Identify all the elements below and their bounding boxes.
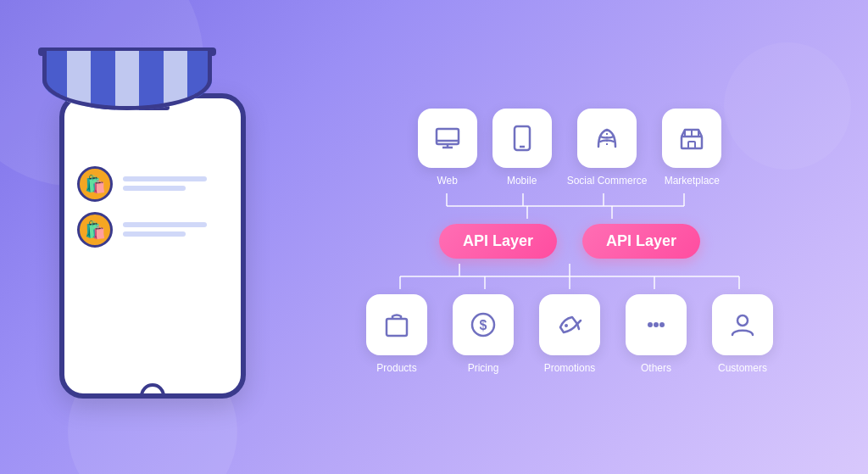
api-layer-2: API Layer <box>582 224 700 259</box>
social-icon-box <box>577 109 637 168</box>
phone-item-2: 🛍️ <box>77 212 228 248</box>
pricing-label: Pricing <box>468 362 499 374</box>
connector-bottom <box>358 264 782 289</box>
promotions-label: Promotions <box>544 362 596 374</box>
channels-row: Web Mobile <box>418 109 722 187</box>
product-icon-1: 🛍️ <box>77 166 113 202</box>
phone-item-1: 🛍️ <box>77 166 228 202</box>
channel-social: Social Commerce <box>567 109 648 187</box>
api-row: API Layer API Layer <box>439 224 700 259</box>
channel-web: Web <box>418 109 477 187</box>
item-lines-2 <box>123 222 228 237</box>
social-label: Social Commerce <box>567 175 648 187</box>
channel-mobile: Mobile <box>492 109 552 187</box>
svg-rect-27 <box>387 319 407 336</box>
svg-point-30 <box>565 324 568 327</box>
service-others: Others <box>618 294 694 374</box>
service-promotions: Promotions <box>531 294 608 374</box>
web-icon-box <box>418 109 477 168</box>
customers-icon-box <box>712 294 773 355</box>
service-products: Products <box>359 294 435 374</box>
services-row: Products $ Pricing <box>359 294 781 374</box>
awning-border <box>42 49 212 110</box>
products-label: Products <box>376 362 416 374</box>
web-label: Web <box>437 175 457 187</box>
svg-text:$: $ <box>480 318 487 332</box>
line-1b <box>123 186 186 191</box>
marketplace-label: Marketplace <box>665 175 720 187</box>
api-layer-1: API Layer <box>439 224 557 259</box>
others-icon-box <box>626 294 687 355</box>
line-1a <box>123 176 207 181</box>
products-icon-box <box>366 294 427 355</box>
service-pricing: $ Pricing <box>445 294 521 374</box>
others-label: Others <box>641 362 671 374</box>
pricing-icon-box: $ <box>453 294 514 355</box>
phone-home-button <box>140 383 165 399</box>
store-awning <box>8 42 246 161</box>
customers-label: Customers <box>718 362 767 374</box>
mobile-icon-box <box>492 109 552 168</box>
channel-marketplace: Marketplace <box>662 109 721 187</box>
line-2b <box>123 231 186 237</box>
line-2a <box>123 222 207 227</box>
connector-top <box>417 193 722 219</box>
svg-point-32 <box>654 322 659 327</box>
architecture-diagram: Web Mobile <box>305 100 834 374</box>
service-customers: Customers <box>704 294 781 374</box>
promotions-icon-box <box>539 294 600 355</box>
svg-point-34 <box>737 315 748 326</box>
phone-illustration: 🛍️ 🛍️ <box>34 68 271 407</box>
mobile-label: Mobile <box>507 175 537 187</box>
svg-rect-0 <box>437 129 459 144</box>
svg-point-33 <box>659 322 665 327</box>
svg-point-31 <box>648 322 653 327</box>
product-icon-2: 🛍️ <box>77 212 113 248</box>
marketplace-icon-box <box>662 109 721 168</box>
item-lines-1 <box>123 176 228 191</box>
